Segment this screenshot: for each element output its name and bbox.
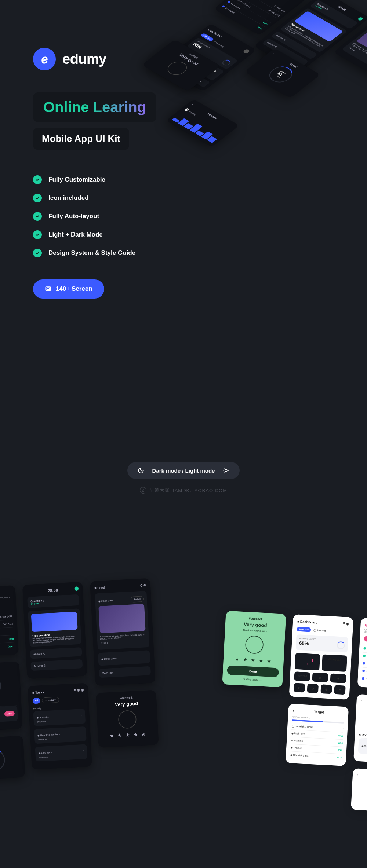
cta-label: 140+ Screen <box>56 285 92 293</box>
mock-detail-light: ‹Detail left time28mins ◐ ◑ ◒ ◉ Statisti… <box>353 694 367 764</box>
hero-title: Online Learing <box>33 92 156 122</box>
cta-button[interactable]: 140+ Screen <box>33 279 104 299</box>
mock-geometry-light: Geometry Geography final exam for high s… <box>357 618 367 690</box>
svg-rect-1 <box>47 288 50 290</box>
showcase-light: Feedback Very good Need to improve more … <box>212 611 367 821</box>
svg-rect-0 <box>46 287 51 291</box>
mock-feed-flat: ■ Feed⚲ ⊕ ◉ David senelFollow Which dolo… <box>90 578 156 686</box>
mock-question-flat: 28:00 Question 30.5 point Title question… <box>22 582 87 679</box>
mock-detail-flat-2: ‹Detail <box>0 736 25 780</box>
svg-point-2 <box>225 469 227 472</box>
feature-label: Design System & Style Guide <box>48 249 135 257</box>
mock-detail-flat: ‹Detail left time28mins ◐ ◑ ◒ ◉ Statisti… <box>0 662 23 732</box>
feature-item: Light + Dark Mode <box>33 230 334 239</box>
brand-name: edumy <box>62 51 106 67</box>
feature-list: Fully Customizable Icon included Fully A… <box>33 175 334 257</box>
mock-feedback-flat: Feedback Very good ★ ★ ★ ★ ★ <box>96 690 159 748</box>
showcase-dark: Geometry Geography final exam for high s… <box>0 578 173 788</box>
feature-label: Fully Auto-layout <box>48 213 99 220</box>
hero-subtitle: Mobile App UI Kit <box>33 128 129 150</box>
feature-item: Icon included <box>33 194 334 202</box>
feature-label: Icon included <box>48 194 89 202</box>
mock-feedback-green: Feedback Very good Need to improve more … <box>222 611 286 687</box>
mode-toggle-label: Dark mode / Light mode <box>152 468 215 474</box>
feature-label: Fully Customizable <box>48 176 105 183</box>
feature-item: Design System & Style Guide <box>33 249 334 257</box>
check-icon <box>33 212 42 221</box>
sun-icon <box>223 467 229 474</box>
mock-tasks-flat: ■ Tasks⚲ ◉ ◉ All Chemistry Recently ◉ St… <box>28 683 92 769</box>
check-icon <box>33 230 42 239</box>
mock-geometry-flat: Geometry Geography final exam for high s… <box>0 585 19 658</box>
screens-icon <box>45 286 51 292</box>
mode-toggle[interactable]: Dark mode / Light mode <box>127 462 240 479</box>
brand-logo-row: e edumy <box>33 48 334 70</box>
moon-icon <box>138 467 144 474</box>
mock-dashboard-light: ■ Dashboard⚲ ◉ Math test ◯ Reading AVERA… <box>289 614 354 700</box>
feature-label: Light + Dark Mode <box>48 231 103 238</box>
mock-target-light: ‹Target AVERAGE OVERALL ◯ socializing ta… <box>286 704 349 766</box>
feature-item: Fully Auto-layout <box>33 212 334 221</box>
check-icon <box>33 249 42 257</box>
watermark-badge-icon: Z <box>140 487 146 494</box>
check-icon <box>33 194 42 202</box>
check-icon <box>33 175 42 184</box>
watermark: Z 早道大咖 IAMDK.TAOBAO.COM <box>0 487 367 494</box>
feature-item: Fully Customizable <box>33 175 334 184</box>
mock-detail-light-2: ‹Detail 28 <box>351 768 367 813</box>
brand-logo-badge: e <box>31 46 58 72</box>
